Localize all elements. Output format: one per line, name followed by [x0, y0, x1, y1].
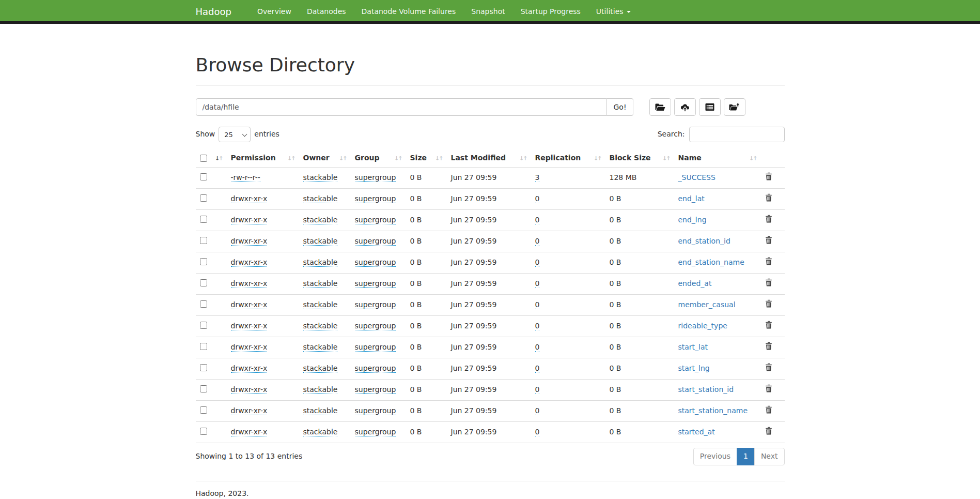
permission-cell[interactable]: drwxr-xr-x: [231, 364, 268, 373]
group-cell[interactable]: supergroup: [355, 173, 396, 182]
column-header-permission[interactable]: Permission: [227, 149, 299, 167]
pagination-previous[interactable]: Previous: [693, 448, 737, 465]
row-checkbox[interactable]: [200, 322, 207, 329]
group-cell[interactable]: supergroup: [355, 279, 396, 288]
permission-cell[interactable]: drwxr-xr-x: [231, 237, 268, 246]
delete-button[interactable]: [765, 342, 772, 352]
file-name-link[interactable]: end_lng: [678, 216, 707, 224]
delete-button[interactable]: [765, 172, 772, 182]
file-name-link[interactable]: started_at: [678, 428, 715, 436]
pagination-page-1[interactable]: 1: [737, 448, 755, 465]
delete-button[interactable]: [765, 193, 772, 203]
select-all-checkbox[interactable]: [200, 155, 207, 162]
list-alt-button[interactable]: [699, 98, 721, 116]
replication-cell[interactable]: 0: [535, 428, 540, 436]
row-checkbox[interactable]: [200, 364, 207, 371]
group-cell[interactable]: supergroup: [355, 385, 396, 394]
nav-snapshot[interactable]: Snapshot: [463, 0, 512, 24]
row-checkbox[interactable]: [200, 194, 207, 202]
group-cell[interactable]: supergroup: [355, 237, 396, 246]
group-cell[interactable]: supergroup: [355, 322, 396, 330]
permission-cell[interactable]: drwxr-xr-x: [231, 216, 268, 224]
owner-cell[interactable]: stackable: [303, 173, 338, 182]
go-button[interactable]: Go!: [607, 98, 633, 116]
replication-cell[interactable]: 0: [535, 300, 540, 309]
file-name-link[interactable]: end_station_name: [678, 258, 744, 266]
row-checkbox[interactable]: [200, 216, 207, 223]
owner-cell[interactable]: stackable: [303, 406, 338, 415]
owner-cell[interactable]: stackable: [303, 428, 338, 436]
search-input[interactable]: [689, 127, 785, 142]
permission-cell[interactable]: drwxr-xr-x: [231, 258, 268, 267]
folder-open-button[interactable]: [649, 98, 671, 116]
replication-cell[interactable]: 0: [535, 343, 540, 352]
permission-cell[interactable]: drwxr-xr-x: [231, 300, 268, 309]
group-cell[interactable]: supergroup: [355, 258, 396, 267]
delete-button[interactable]: [765, 405, 772, 415]
row-checkbox[interactable]: [200, 279, 207, 286]
column-header-owner[interactable]: Owner: [299, 149, 351, 167]
file-name-link[interactable]: end_lat: [678, 194, 705, 203]
delete-button[interactable]: [765, 384, 772, 394]
pagination-next[interactable]: Next: [755, 448, 785, 465]
column-header-size[interactable]: Size: [406, 149, 447, 167]
file-name-link[interactable]: member_casual: [678, 300, 736, 309]
owner-cell[interactable]: stackable: [303, 322, 338, 330]
nav-datanode-volume-failures[interactable]: Datanode Volume Failures: [354, 0, 464, 24]
folder-new-button[interactable]: [724, 98, 745, 116]
column-header-last-modified[interactable]: Last Modified: [447, 149, 531, 167]
nav-overview[interactable]: Overview: [250, 0, 299, 24]
column-header-replication[interactable]: Replication: [531, 149, 605, 167]
group-cell[interactable]: supergroup: [355, 343, 396, 352]
upload-button[interactable]: [674, 98, 696, 116]
permission-cell[interactable]: drwxr-xr-x: [231, 385, 268, 394]
replication-cell[interactable]: 3: [535, 173, 540, 182]
delete-button[interactable]: [765, 427, 772, 436]
replication-cell[interactable]: 0: [535, 322, 540, 330]
brand-link[interactable]: Hadoop: [196, 5, 239, 19]
permission-cell[interactable]: -rw-r--r--: [231, 173, 260, 182]
file-name-link[interactable]: start_lat: [678, 343, 708, 351]
owner-cell[interactable]: stackable: [303, 343, 338, 352]
replication-cell[interactable]: 0: [535, 364, 540, 373]
nav-datanodes[interactable]: Datanodes: [299, 0, 354, 24]
row-checkbox[interactable]: [200, 258, 207, 265]
owner-cell[interactable]: stackable: [303, 364, 338, 373]
replication-cell[interactable]: 0: [535, 237, 540, 246]
nav-startup-progress[interactable]: Startup Progress: [513, 0, 588, 24]
group-cell[interactable]: supergroup: [355, 194, 396, 203]
owner-cell[interactable]: stackable: [303, 385, 338, 394]
column-header-block-size[interactable]: Block Size: [605, 149, 674, 167]
nav-utilities-dropdown[interactable]: Utilities: [588, 0, 639, 24]
delete-button[interactable]: [765, 278, 772, 288]
delete-button[interactable]: [765, 321, 772, 330]
owner-cell[interactable]: stackable: [303, 237, 338, 246]
delete-button[interactable]: [765, 299, 772, 309]
owner-cell[interactable]: stackable: [303, 279, 338, 288]
row-checkbox[interactable]: [200, 406, 207, 414]
column-header-group[interactable]: Group: [351, 149, 406, 167]
permission-cell[interactable]: drwxr-xr-x: [231, 194, 268, 203]
owner-cell[interactable]: stackable: [303, 216, 338, 224]
replication-cell[interactable]: 0: [535, 279, 540, 288]
file-name-link[interactable]: end_station_id: [678, 237, 730, 245]
owner-cell[interactable]: stackable: [303, 258, 338, 267]
group-cell[interactable]: supergroup: [355, 216, 396, 224]
file-name-link[interactable]: start_station_name: [678, 406, 748, 415]
group-cell[interactable]: supergroup: [355, 300, 396, 309]
delete-button[interactable]: [765, 257, 772, 267]
delete-button[interactable]: [765, 363, 772, 373]
row-checkbox[interactable]: [200, 237, 207, 244]
file-name-link[interactable]: start_lng: [678, 364, 710, 372]
permission-cell[interactable]: drwxr-xr-x: [231, 406, 268, 415]
row-checkbox[interactable]: [200, 428, 207, 435]
replication-cell[interactable]: 0: [535, 258, 540, 267]
page-size-select[interactable]: 25: [219, 127, 251, 142]
permission-cell[interactable]: drwxr-xr-x: [231, 428, 268, 436]
group-cell[interactable]: supergroup: [355, 406, 396, 415]
group-cell[interactable]: supergroup: [355, 364, 396, 373]
file-name-link[interactable]: ended_at: [678, 279, 712, 288]
owner-cell[interactable]: stackable: [303, 300, 338, 309]
file-name-link[interactable]: _SUCCESS: [678, 173, 715, 182]
replication-cell[interactable]: 0: [535, 406, 540, 415]
